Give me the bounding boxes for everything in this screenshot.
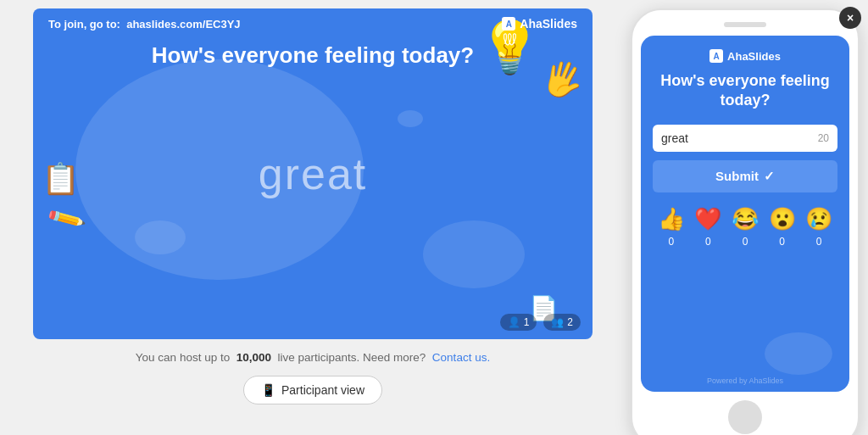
phone-brand-icon: A: [709, 49, 723, 63]
slide-header: To join, go to: ahaslides.com/EC3YJ A Ah…: [33, 8, 593, 39]
phone-brand-text: AhaSlides: [727, 50, 781, 63]
slide-brand: A AhaSlides: [502, 17, 577, 31]
participant-badge-2: 👥 2: [543, 314, 581, 331]
host-text-prefix: You can host up to: [136, 351, 230, 364]
participant-view-button[interactable]: 📱 Participant view: [243, 376, 382, 404]
slide-answer: great: [259, 148, 368, 199]
phone-brand: A AhaSlides: [653, 49, 837, 63]
join-prefix: To join, go to:: [48, 18, 120, 31]
phone-home-button[interactable]: [728, 400, 762, 434]
main-container: 💡 🖐️ 📋 ✏️ 📄 To join, go to: ahaslides.co…: [8, 8, 860, 435]
phone-powered-by: Powered by AhaSlides: [641, 376, 849, 385]
join-text: To join, go to: ahaslides.com/EC3YJ: [48, 18, 241, 31]
reaction-emoji: ❤️: [694, 206, 721, 232]
reaction-emoji: 👍: [658, 206, 685, 232]
phone-icon: 📱: [261, 383, 275, 397]
phone-screen-inner: A AhaSlides How's everyone feeling today…: [641, 36, 849, 268]
phone-input-count: 20: [818, 132, 829, 144]
bg-blob-2: [423, 220, 525, 288]
badge-count-1: 1: [524, 316, 530, 328]
participant-view-label: Participant view: [281, 383, 364, 397]
slide-footer: 👤 1 👥 2: [500, 314, 581, 331]
phone-frame: A AhaSlides How's everyone feeling today…: [631, 8, 860, 435]
left-panel: 💡 🖐️ 📋 ✏️ 📄 To join, go to: ahaslides.co…: [8, 8, 617, 404]
people-icon: 👥: [551, 316, 564, 328]
reaction-emoji: 😮: [769, 206, 796, 232]
phone-submit-check: ✓: [764, 169, 775, 184]
phone-speaker: [724, 22, 766, 27]
reaction-item[interactable]: ❤️0: [694, 206, 721, 248]
pencil-icon: ✏️: [45, 198, 87, 239]
phone-input-row: great 20: [653, 125, 837, 152]
below-slide-info: You can host up to 10,000 live participa…: [136, 351, 490, 364]
phone-input-value[interactable]: great: [661, 131, 688, 145]
reaction-count: 0: [668, 236, 674, 248]
phone-question: How's everyone feeling today?: [653, 71, 837, 111]
bg-blob-4: [398, 110, 423, 127]
mobile-mockup: × A AhaSlides How's everyone feeling tod…: [631, 8, 860, 435]
slide: 💡 🖐️ 📋 ✏️ 📄 To join, go to: ahaslides.co…: [33, 8, 593, 339]
reaction-count: 0: [816, 236, 822, 248]
brand-icon: A: [502, 17, 515, 31]
phone-screen: A AhaSlides How's everyone feeling today…: [641, 36, 849, 392]
phone-reactions: 👍0❤️0😂0😮0😢0: [653, 206, 837, 248]
reaction-emoji: 😢: [805, 206, 832, 232]
participant-badge-1: 👤 1: [500, 314, 537, 331]
phone-blob: [765, 332, 832, 375]
join-url: ahaslides.com/EC3YJ: [126, 18, 240, 31]
reaction-item[interactable]: 👍0: [658, 206, 685, 248]
host-text-suffix: live participants. Need more?: [278, 351, 426, 364]
reaction-count: 0: [743, 236, 748, 248]
person-icon: 👤: [508, 316, 520, 328]
reaction-emoji: 😂: [732, 206, 759, 232]
bg-blob-3: [135, 220, 186, 254]
reaction-item[interactable]: 😢0: [805, 206, 832, 248]
notes-icon: 📋: [42, 161, 80, 197]
brand-text: AhaSlides: [520, 17, 577, 31]
contact-link[interactable]: Contact us.: [432, 351, 490, 364]
badge-count-2: 2: [567, 316, 573, 328]
reaction-count: 0: [705, 236, 711, 248]
reaction-item[interactable]: 😂0: [732, 206, 759, 248]
reaction-item[interactable]: 😮0: [769, 206, 796, 248]
slide-question: How's everyone feeling today?: [33, 42, 593, 69]
reaction-count: 0: [779, 236, 785, 248]
phone-submit-label: Submit: [715, 169, 759, 183]
close-button[interactable]: ×: [839, 7, 861, 29]
phone-submit-button[interactable]: Submit ✓: [653, 160, 837, 192]
host-limit: 10,000: [236, 351, 271, 364]
